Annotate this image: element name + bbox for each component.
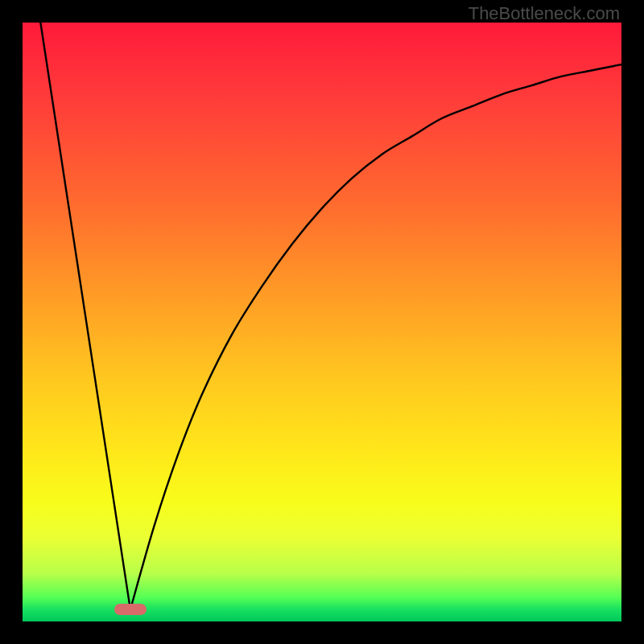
chart-frame: TheBottleneck.com [0,0,644,644]
minimum-marker [114,604,147,615]
left-descent-path [40,23,130,609]
right-rise-path [130,64,621,609]
curve-svg [23,23,621,621]
attribution-label: TheBottleneck.com [469,3,620,24]
plot-area [23,23,621,621]
